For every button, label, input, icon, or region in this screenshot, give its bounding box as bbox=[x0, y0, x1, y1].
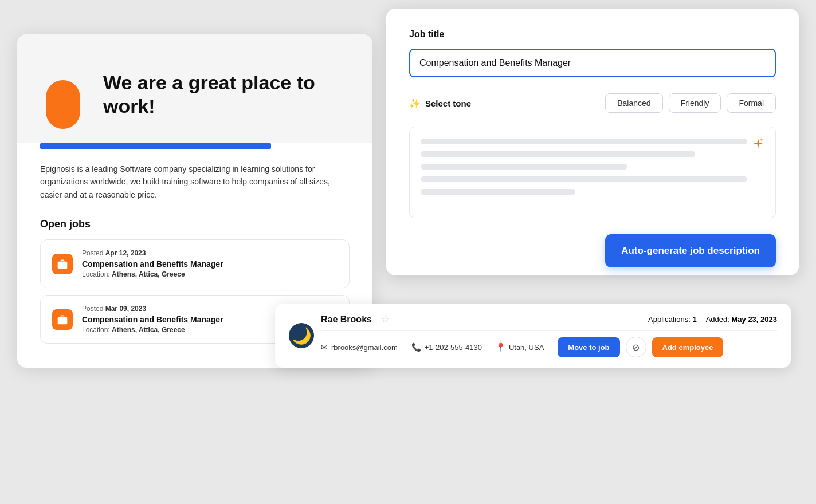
wand-icon: ✨ bbox=[409, 98, 421, 109]
candidate-card: 🌙 Rae Brooks ☆ Applications: 1 Added: Ma… bbox=[275, 304, 791, 368]
job-location-text-1: Athens, Attica, Greece bbox=[112, 270, 185, 278]
panel-label: Job title bbox=[409, 29, 776, 40]
skeleton-1 bbox=[421, 139, 747, 144]
generate-btn[interactable]: Auto-generate job description bbox=[605, 234, 776, 267]
candidate-card-inner: Rae Brooks ☆ Applications: 1 Added: May … bbox=[321, 314, 777, 357]
job-card-1[interactable]: Posted Apr 12, 2023 Compensation and Ben… bbox=[40, 239, 350, 288]
job-location-1: Location: Athens, Attica, Greece bbox=[82, 270, 338, 278]
candidate-info-row: ✉ rbrooks@gmail.com 📞 +1-202-555-4130 📍 … bbox=[321, 342, 544, 352]
location-item: 📍 Utah, USA bbox=[496, 342, 544, 352]
candidate-actions: Move to job ⊘ Add employee bbox=[558, 337, 723, 357]
company-logo bbox=[40, 57, 86, 132]
open-jobs-title: Open jobs bbox=[40, 218, 350, 230]
applications-label: Applications: 1 bbox=[648, 315, 697, 324]
candidate-bottom-row: ✉ rbrooks@gmail.com 📞 +1-202-555-4130 📍 … bbox=[321, 330, 777, 357]
job-location-text-2: Athens, Attica, Greece bbox=[112, 326, 185, 334]
tone-row: ✨ Select tone Balanced Friendly Formal bbox=[409, 93, 776, 113]
job-info-1: Posted Apr 12, 2023 Compensation and Ben… bbox=[82, 249, 338, 278]
phone-icon: 📞 bbox=[411, 342, 421, 352]
envelope-icon: ✉ bbox=[321, 342, 328, 352]
company-description: Epignosis is a leading Software company … bbox=[17, 163, 372, 218]
skeleton-3 bbox=[421, 164, 627, 170]
candidate-location: Utah, USA bbox=[509, 343, 544, 352]
company-tagline: We are a great place to work! bbox=[103, 71, 350, 118]
job-posted-2: Posted Mar 09, 2023 bbox=[82, 305, 308, 313]
skeleton-5 bbox=[421, 189, 575, 195]
tone-friendly[interactable]: Friendly bbox=[669, 93, 721, 113]
job-icon-2 bbox=[52, 309, 73, 330]
block-icon: ⊘ bbox=[632, 342, 640, 353]
skeleton-2 bbox=[421, 151, 695, 157]
candidate-name-star: Rae Brooks ☆ bbox=[321, 314, 398, 325]
star-icon[interactable]: ☆ bbox=[381, 314, 389, 325]
job-info-2: Posted Mar 09, 2023 Compensation and Ben… bbox=[82, 305, 308, 334]
candidate-email: rbrooks@gmail.com bbox=[331, 343, 398, 352]
tone-formal[interactable]: Formal bbox=[727, 93, 776, 113]
phone-item: 📞 +1-202-555-4130 bbox=[411, 342, 482, 352]
job-date-1: Apr 12, 2023 bbox=[105, 249, 146, 257]
move-to-job-button[interactable]: Move to job bbox=[558, 337, 619, 357]
job-title-input[interactable] bbox=[409, 49, 776, 77]
generate-btn-wrapper: Auto-generate job description bbox=[409, 232, 776, 255]
add-employee-button[interactable]: Add employee bbox=[652, 337, 724, 357]
company-hero: We are a great place to work! bbox=[17, 34, 372, 143]
job-title-1: Compensation and Benefits Manager bbox=[82, 259, 338, 269]
tone-balanced[interactable]: Balanced bbox=[605, 93, 662, 113]
added-label: Added: May 23, 2023 bbox=[706, 315, 777, 324]
job-title-2: Compensation and Benefits Manager bbox=[82, 315, 308, 324]
job-icon-1 bbox=[52, 254, 73, 274]
tone-buttons: Balanced Friendly Formal bbox=[605, 93, 776, 113]
candidate-phone: +1-202-555-4130 bbox=[425, 343, 482, 352]
job-desc-panel: Job title ✨ Select tone Balanced Friendl… bbox=[386, 9, 799, 275]
candidate-top-row: Rae Brooks ☆ Applications: 1 Added: May … bbox=[321, 314, 777, 325]
top-right-meta: Applications: 1 Added: May 23, 2023 bbox=[648, 315, 777, 324]
job-date-2: Mar 09, 2023 bbox=[105, 305, 146, 313]
desc-preview bbox=[409, 127, 776, 218]
job-location-2: Location: Athens, Attica, Greece bbox=[82, 326, 308, 334]
svg-rect-0 bbox=[46, 80, 80, 129]
candidate-name: Rae Brooks bbox=[321, 314, 372, 325]
company-blue-bar bbox=[40, 143, 271, 149]
skeleton-4 bbox=[421, 176, 747, 182]
tone-label: ✨ Select tone bbox=[409, 98, 471, 109]
sparkle-icon bbox=[751, 137, 765, 155]
applications-count: 1 bbox=[692, 315, 696, 324]
added-date: May 23, 2023 bbox=[731, 315, 777, 324]
job-posted-1: Posted Apr 12, 2023 bbox=[82, 249, 338, 257]
pin-icon: 📍 bbox=[496, 342, 505, 352]
candidate-avatar: 🌙 bbox=[289, 323, 314, 348]
block-button[interactable]: ⊘ bbox=[626, 337, 646, 357]
email-item: ✉ rbrooks@gmail.com bbox=[321, 342, 398, 352]
avatar-emoji: 🌙 bbox=[292, 326, 312, 345]
